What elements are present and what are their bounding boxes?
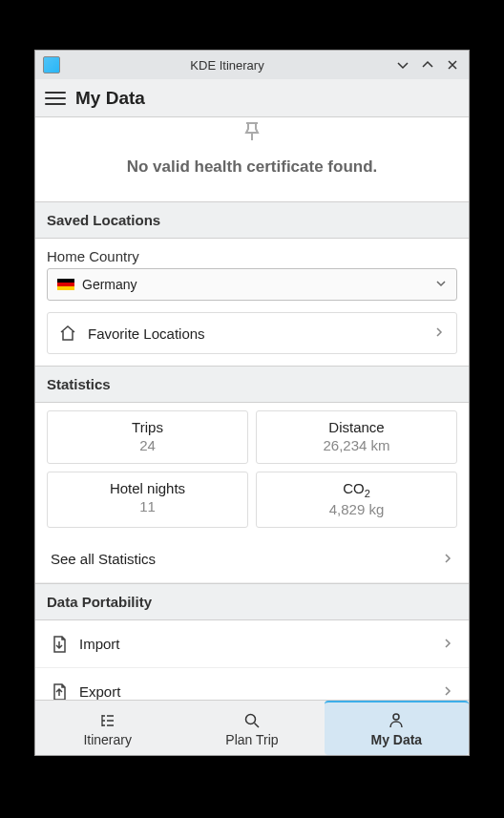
stat-trips: Trips 24 bbox=[47, 410, 248, 464]
chevron-right-icon bbox=[442, 551, 453, 568]
itinerary-icon bbox=[99, 711, 116, 730]
stat-hotel-nights-label: Hotel nights bbox=[52, 480, 243, 496]
svg-point-1 bbox=[393, 714, 399, 720]
home-icon bbox=[59, 325, 76, 342]
window-title: KDE Itinerary bbox=[68, 58, 387, 73]
nav-itinerary[interactable]: Itinerary bbox=[35, 701, 179, 755]
bottom-nav: Itinerary Plan Trip My Data bbox=[35, 700, 469, 755]
export-item[interactable]: Export bbox=[35, 668, 469, 700]
chevron-right-icon bbox=[433, 325, 445, 342]
flag-germany-icon bbox=[57, 279, 74, 290]
content-area: No valid health certificate found. Saved… bbox=[35, 117, 469, 700]
stat-trips-value: 24 bbox=[52, 437, 243, 453]
search-icon bbox=[243, 711, 261, 730]
chevron-down-icon bbox=[435, 276, 447, 293]
page-header: My Data bbox=[35, 79, 469, 117]
stat-distance: Distance 26,234 km bbox=[256, 410, 457, 464]
export-label: Export bbox=[79, 683, 430, 700]
section-data-portability: Data Portability bbox=[35, 583, 469, 620]
nav-plan-trip[interactable]: Plan Trip bbox=[179, 701, 324, 755]
stat-hotel-nights-value: 11 bbox=[52, 498, 243, 514]
stats-grid: Trips 24 Distance 26,234 km Hotel nights… bbox=[35, 403, 469, 535]
stat-distance-value: 26,234 km bbox=[261, 437, 452, 453]
nav-my-data[interactable]: My Data bbox=[325, 701, 469, 755]
menu-button[interactable] bbox=[45, 88, 66, 109]
nav-plan-trip-label: Plan Trip bbox=[225, 732, 278, 747]
section-saved-locations: Saved Locations bbox=[35, 201, 469, 239]
person-icon bbox=[388, 711, 405, 730]
import-item[interactable]: Import bbox=[35, 620, 469, 668]
see-all-statistics-label: See all Statistics bbox=[51, 551, 430, 567]
app-icon bbox=[43, 56, 60, 73]
section-statistics: Statistics bbox=[35, 366, 469, 403]
svg-point-0 bbox=[245, 714, 255, 724]
favorite-locations-label: Favorite Locations bbox=[88, 325, 422, 342]
import-label: Import bbox=[79, 636, 430, 652]
nav-itinerary-label: Itinerary bbox=[83, 732, 132, 747]
chevron-right-icon bbox=[442, 636, 453, 653]
export-icon bbox=[51, 683, 68, 701]
nav-my-data-label: My Data bbox=[370, 732, 422, 747]
close-button[interactable] bbox=[444, 56, 461, 73]
minimize-button[interactable] bbox=[394, 56, 411, 73]
stat-hotel-nights: Hotel nights 11 bbox=[47, 472, 248, 528]
health-cert-empty: No valid health certificate found. bbox=[35, 142, 469, 201]
import-icon bbox=[51, 636, 68, 653]
home-country-value: Germany bbox=[82, 277, 435, 292]
see-all-statistics[interactable]: See all Statistics bbox=[35, 535, 469, 583]
home-country-select[interactable]: Germany bbox=[47, 268, 457, 301]
stat-trips-label: Trips bbox=[52, 419, 243, 435]
stat-co2-value: 4,829 kg bbox=[261, 501, 452, 517]
chevron-right-icon bbox=[442, 683, 453, 701]
home-country-label: Home Country bbox=[35, 239, 469, 268]
pin-icon bbox=[35, 117, 469, 142]
maximize-button[interactable] bbox=[419, 56, 436, 73]
app-window: KDE Itinerary My Data No valid health ce… bbox=[34, 50, 470, 756]
favorite-locations-item[interactable]: Favorite Locations bbox=[47, 312, 457, 354]
stat-co2-label: CO2 bbox=[261, 480, 452, 499]
stat-distance-label: Distance bbox=[261, 419, 452, 435]
page-title: My Data bbox=[75, 88, 145, 109]
stat-co2: CO2 4,829 kg bbox=[256, 472, 457, 528]
titlebar: KDE Itinerary bbox=[35, 51, 469, 79]
